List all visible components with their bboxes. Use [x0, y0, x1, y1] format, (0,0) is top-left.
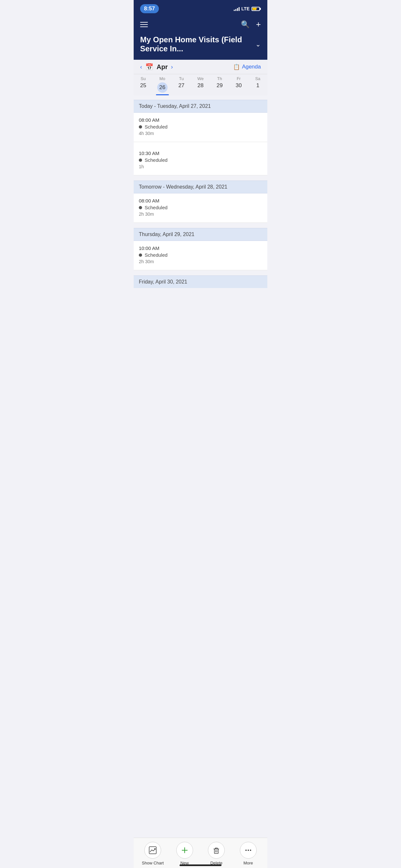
event-item[interactable]: 08:00 AM Scheduled 2h 30m: [134, 193, 267, 223]
event-spacer: [134, 142, 267, 146]
day-col-we[interactable]: We 28: [191, 76, 210, 95]
status-dot-icon: [139, 206, 142, 209]
signal-icon: [234, 6, 240, 11]
event-time: 10:00 AM: [139, 245, 262, 251]
status-label: Scheduled: [145, 252, 167, 258]
header-toolbar: 🔍 +: [134, 16, 267, 34]
event-item[interactable]: 10:30 AM Scheduled 1h: [134, 146, 267, 175]
day-num-tu: 27: [172, 82, 191, 89]
page-title-bar: My Open Home Visits (Field Service In...…: [134, 34, 267, 60]
header-actions: 🔍 +: [241, 20, 261, 29]
event-status: Scheduled: [139, 157, 262, 163]
day-num-we: 28: [191, 82, 210, 89]
day-name-th: Th: [210, 76, 229, 81]
status-right: LTE ⚡: [234, 6, 261, 11]
add-button[interactable]: +: [256, 20, 261, 29]
event-item[interactable]: 10:00 AM Scheduled 2h 30m: [134, 241, 267, 270]
day-name-fr: Fr: [229, 76, 248, 81]
agenda-button[interactable]: 📋 Agenda: [233, 64, 261, 70]
day-name-we: We: [191, 76, 210, 81]
status-label: Scheduled: [145, 124, 167, 129]
status-label: Scheduled: [145, 157, 167, 163]
friday-header: Friday, April 30, 2021: [134, 275, 267, 288]
day-num-th: 29: [210, 82, 229, 89]
prev-month-button[interactable]: ‹: [140, 64, 142, 70]
calendar-nav: ‹ 📅 Apr › 📋 Agenda: [134, 60, 267, 74]
event-status: Scheduled: [139, 252, 262, 258]
day-col-th[interactable]: Th 29: [210, 76, 229, 95]
today-header: Today - Tuesday, April 27, 2021: [134, 100, 267, 113]
day-col-sa[interactable]: Sa 1: [248, 76, 267, 95]
battery-icon: ⚡: [251, 7, 261, 11]
day-col-tu[interactable]: Tu 27: [172, 76, 191, 95]
event-time: 10:30 AM: [139, 151, 262, 156]
status-bar: 8:57 LTE ⚡: [134, 0, 267, 16]
day-num-fr: 30: [229, 82, 248, 89]
day-name-su: Su: [134, 76, 153, 81]
status-time: 8:57: [140, 4, 159, 13]
tomorrow-header: Tomorrow - Wednesday, April 28, 2021: [134, 181, 267, 193]
day-num-sa: 1: [248, 82, 267, 89]
status-dot-icon: [139, 159, 142, 162]
status-dot-icon: [139, 253, 142, 257]
day-num-su: 25: [134, 82, 153, 89]
page-title: My Open Home Visits (Field Service In...: [140, 35, 253, 53]
thursday-header: Thursday, April 29, 2021: [134, 228, 267, 241]
event-duration: 2h 30m: [139, 212, 262, 217]
event-duration: 1h: [139, 164, 262, 169]
week-days: Su 25 Mo 26 Tu 27 We 28 Th 29 Fr 30 Sa 1: [134, 74, 267, 95]
agenda-icon: 📋: [233, 64, 240, 70]
title-dropdown-arrow[interactable]: ⌄: [255, 40, 261, 48]
event-time: 08:00 AM: [139, 117, 262, 123]
main-content: Today - Tuesday, April 27, 2021 08:00 AM…: [134, 95, 267, 320]
day-name-tu: Tu: [172, 76, 191, 81]
nav-left: ‹ 📅 Apr ›: [140, 63, 173, 71]
day-num-mo: 26: [157, 82, 167, 93]
day-col-su[interactable]: Su 25: [134, 76, 153, 95]
status-label: Scheduled: [145, 205, 167, 210]
event-item[interactable]: 08:00 AM Scheduled 4h 30m: [134, 113, 267, 142]
event-time: 08:00 AM: [139, 198, 262, 204]
status-dot-icon: [139, 125, 142, 128]
search-button[interactable]: 🔍: [241, 20, 250, 29]
event-duration: 2h 30m: [139, 259, 262, 264]
calendar-icon: 📅: [145, 63, 153, 71]
day-col-fr[interactable]: Fr 30: [229, 76, 248, 95]
event-status: Scheduled: [139, 205, 262, 210]
event-duration: 4h 30m: [139, 131, 262, 136]
agenda-label: Agenda: [242, 64, 261, 70]
day-name-sa: Sa: [248, 76, 267, 81]
day-col-mo[interactable]: Mo 26: [153, 76, 172, 95]
month-label: Apr: [157, 63, 167, 71]
lte-label: LTE: [242, 6, 250, 11]
next-month-button[interactable]: ›: [171, 64, 173, 70]
event-status: Scheduled: [139, 124, 262, 129]
hamburger-menu-icon[interactable]: [140, 22, 148, 27]
day-name-mo: Mo: [153, 76, 172, 81]
